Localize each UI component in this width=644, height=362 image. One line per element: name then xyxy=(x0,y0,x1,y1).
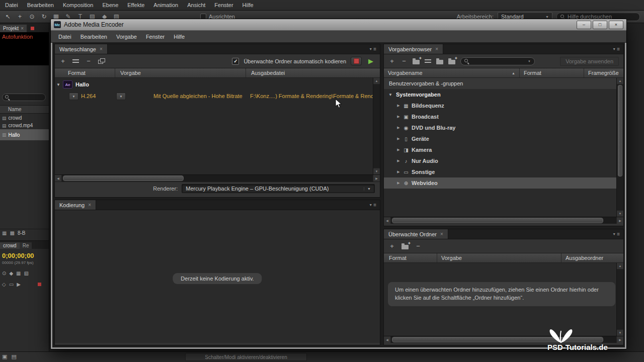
panel-menu-icon[interactable]: ▼ ≡ xyxy=(365,44,380,54)
column-vorgabe[interactable]: Vorgabe xyxy=(437,253,561,262)
transport-icon[interactable]: ▧ xyxy=(24,270,29,276)
queue-horizontal-scrollbar[interactable]: ◀ ▶ xyxy=(55,174,380,182)
bit-depth-label[interactable]: 8-B xyxy=(18,230,26,236)
tab-re[interactable]: Re xyxy=(20,242,32,249)
stop-queue-button[interactable] xyxy=(351,57,362,65)
twisty-closed-icon[interactable]: ▶ xyxy=(395,137,402,141)
add-source-button[interactable]: + xyxy=(59,58,66,64)
add-watch-folder-icon[interactable] xyxy=(401,245,409,249)
preset-category-sonstige[interactable]: ▶ ▭ Sonstige xyxy=(384,166,617,177)
queue-group-row[interactable]: ▼ Ae Hallo xyxy=(55,79,373,89)
ame-menu-hilfe[interactable]: Hilfe xyxy=(169,34,189,40)
transport-icon[interactable]: ⊙ xyxy=(2,270,6,276)
project-item-hallo[interactable]: ▥ Hallo xyxy=(0,129,49,140)
maximize-button[interactable]: □ xyxy=(593,21,607,29)
timecode[interactable]: 0;00;00;00 xyxy=(2,252,34,259)
scrollbar-thumb[interactable] xyxy=(392,218,603,223)
twisty-closed-icon[interactable]: ▶ xyxy=(395,148,402,152)
settings-icon[interactable] xyxy=(72,58,79,64)
close-icon[interactable]: × xyxy=(21,26,24,31)
watch-vertical-scrollbar[interactable]: ▲ ▼ xyxy=(616,263,623,336)
close-icon[interactable]: × xyxy=(88,202,91,208)
ame-menu-datei[interactable]: Datei xyxy=(54,34,76,40)
transport-icon[interactable]: ▭ xyxy=(9,282,14,287)
watch-horizontal-scrollbar[interactable]: ◀ ▶ xyxy=(384,336,623,343)
scrollbar-thumb[interactable] xyxy=(618,85,622,176)
folder-icon[interactable]: ▦ xyxy=(2,230,7,236)
preset-category-kamera[interactable]: ▶ ◨ Kamera xyxy=(384,144,617,155)
scroll-down-icon[interactable]: ▼ xyxy=(617,329,623,336)
twisty-closed-icon[interactable]: ▶ xyxy=(395,104,402,108)
scroll-left-icon[interactable]: ◀ xyxy=(384,217,391,224)
flowchart-icon[interactable]: ▩ xyxy=(10,230,14,236)
column-format[interactable]: Format xyxy=(384,253,437,262)
panel-icon[interactable]: ▤ xyxy=(11,353,16,360)
export-preset-icon[interactable] xyxy=(448,60,455,64)
ae-menu-ansicht[interactable]: Ansicht xyxy=(187,2,205,8)
twisty-closed-icon[interactable]: ▶ xyxy=(395,170,402,174)
rotate-tool-icon[interactable]: ↻ xyxy=(40,13,48,20)
import-preset-icon[interactable] xyxy=(436,60,443,64)
ame-menu-fenster[interactable]: Fenster xyxy=(141,34,169,40)
preset-settings-icon[interactable] xyxy=(425,58,431,64)
close-icon[interactable]: × xyxy=(440,231,443,237)
queue-entry-row[interactable]: ▼ H.264 ▼ Mit Quelle abgleichen - Hohe B… xyxy=(55,91,373,101)
preset-category-webvideo[interactable]: ▶ ⊕ Webvideo xyxy=(384,177,617,189)
scroll-right-icon[interactable]: ▶ xyxy=(373,175,380,182)
scroll-right-icon[interactable]: ▶ xyxy=(616,217,623,224)
transport-icon[interactable]: ◇ xyxy=(2,282,6,287)
column-ausgabedatei[interactable]: Ausgabedatei xyxy=(246,68,380,77)
scroll-up-icon[interactable]: ▲ xyxy=(617,78,623,84)
remove-preset-button[interactable]: − xyxy=(400,58,408,64)
scrollbar-thumb[interactable] xyxy=(63,175,184,181)
preset-search-input[interactable]: ▼ xyxy=(460,57,535,65)
add-folder-button[interactable]: + xyxy=(388,243,395,249)
remove-button[interactable]: − xyxy=(85,58,92,64)
scroll-up-icon[interactable]: ▲ xyxy=(617,263,623,269)
minimize-button[interactable]: – xyxy=(577,21,591,29)
preset-horizontal-scrollbar[interactable]: ◀ ▶ xyxy=(384,217,623,224)
ae-menu-animation[interactable]: Animation xyxy=(153,2,178,8)
column-vorgabe[interactable]: Vorgabe xyxy=(115,68,246,77)
panel-icon[interactable]: ▣ xyxy=(2,353,7,360)
twisty-closed-icon[interactable]: ▶ xyxy=(395,159,402,163)
close-button[interactable]: × xyxy=(609,21,623,29)
column-vorgabename[interactable]: Vorgabename ▲ xyxy=(384,68,520,77)
comp-thumbnail[interactable]: Autofunktion xyxy=(0,32,49,65)
twisty-closed-icon[interactable]: ▶ xyxy=(395,181,402,185)
system-presets-group[interactable]: ▼ Systemvorgaben xyxy=(384,89,617,100)
project-item-crowd-mp4[interactable]: ▤ crowd.mp4 xyxy=(0,122,49,129)
column-ausgabeordner[interactable]: Ausgabeordner xyxy=(561,253,623,262)
ame-titlebar[interactable]: Me Adobe Media Encoder – □ × xyxy=(51,19,626,30)
zoom-tool-icon[interactable]: ⊙ xyxy=(28,13,36,20)
ae-menu-bearbeiten[interactable]: Bearbeiten xyxy=(27,2,54,8)
user-presets-group[interactable]: Benutzervorgaben & -gruppen xyxy=(384,78,617,89)
ae-menu-effekte[interactable]: Effekte xyxy=(127,2,144,8)
queue-vertical-scrollbar[interactable]: ▲ ▼ xyxy=(373,78,380,174)
format-dropdown[interactable]: ▼ xyxy=(69,93,78,100)
preset-category-bildsequenz[interactable]: ▶ ▦ Bildsequenz xyxy=(384,100,617,111)
twisty-open-icon[interactable]: ▼ xyxy=(387,93,394,97)
preset-category-dvd-bluray[interactable]: ▶ ◉ DVD und Blu-ray xyxy=(384,122,617,133)
panel-menu-icon[interactable]: ▼ ≡ xyxy=(609,229,623,239)
transport-icon[interactable]: ▶ xyxy=(17,282,21,287)
tab-vorgabenbrowser[interactable]: Vorgabenbrowser × xyxy=(384,44,443,54)
tab-kodierung[interactable]: Kodierung × xyxy=(55,200,96,210)
close-icon[interactable]: × xyxy=(435,46,438,52)
panel-menu-icon[interactable]: ▼ ≡ xyxy=(365,200,380,210)
project-item-crowd[interactable]: ▤ crowd xyxy=(0,114,49,122)
tab-ueberwachte-ordner[interactable]: Überwachte Ordner × xyxy=(384,229,448,239)
hand-tool-icon[interactable]: + xyxy=(16,13,24,20)
twisty-open-icon[interactable]: ▼ xyxy=(55,82,62,87)
column-framegroesse[interactable]: Framegröße xyxy=(584,68,623,77)
scroll-right-icon[interactable]: ▶ xyxy=(616,336,623,343)
new-group-icon[interactable] xyxy=(413,60,420,64)
ame-menu-vorgabe[interactable]: Vorgabe xyxy=(112,34,141,40)
tab-crowd[interactable]: crowd xyxy=(0,242,20,249)
start-queue-button[interactable]: ▶ xyxy=(366,58,375,64)
transport-icon[interactable]: ▦ xyxy=(16,270,21,276)
watch-folder-checkbox[interactable]: ✓ xyxy=(232,58,239,65)
entry-output-link[interactable]: F:\Konz....) Formate & Rendering\Formate… xyxy=(250,93,373,99)
add-preset-button[interactable]: + xyxy=(388,58,395,64)
ae-menu-fenster[interactable]: Fenster xyxy=(214,2,233,8)
